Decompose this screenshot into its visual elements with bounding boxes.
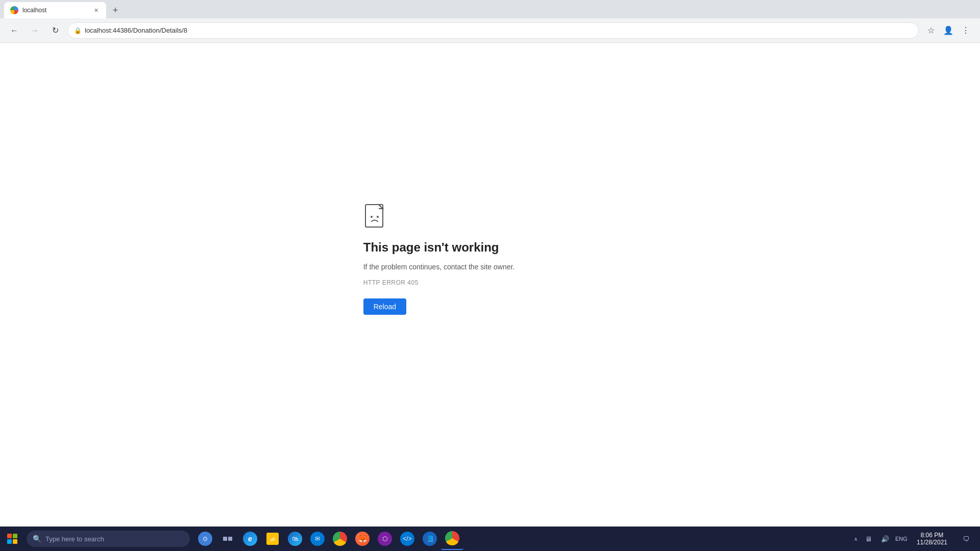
tray-speaker-icon[interactable]: 🔊 — [878, 527, 892, 551]
task-view-icon-shape — [228, 537, 232, 541]
windows-icon — [7, 534, 17, 544]
mail-icon[interactable]: ✉ — [306, 528, 329, 550]
editor-icon[interactable]: 📘 — [419, 528, 441, 550]
page-content: This page isn't working If the problem c… — [0, 43, 980, 527]
show-hidden-icons[interactable]: ∧ — [852, 536, 860, 542]
bookmark-button[interactable]: ☆ — [923, 22, 939, 39]
start-button[interactable] — [0, 527, 24, 551]
forward-button[interactable]: → — [27, 22, 43, 39]
clock-date: 11/28/2021 — [917, 539, 947, 546]
chrome-active-icon[interactable] — [441, 528, 463, 550]
windows-icon-yellow — [13, 539, 17, 544]
tab-bar: localhost ✕ + — [0, 0, 980, 18]
profile-button[interactable]: 👤 — [940, 22, 957, 39]
vscode-icon[interactable]: </> — [396, 528, 419, 550]
taskbar: 🔍 Type here to search ⊙ e — [0, 527, 980, 551]
chrome-icon[interactable] — [329, 528, 351, 550]
store-icon[interactable]: 🛍 — [284, 528, 306, 550]
taskbar-search[interactable]: 🔍 Type here to search — [27, 531, 190, 547]
taskbar-clock[interactable]: 8:06 PM 11/28/2021 — [911, 527, 953, 551]
error-code: HTTP ERROR 405 — [363, 279, 419, 286]
lock-icon: 🔒 — [74, 27, 82, 34]
menu-button[interactable]: ⋮ — [958, 22, 974, 39]
error-container: This page isn't working If the problem c… — [363, 204, 515, 315]
tab-title: localhost — [22, 7, 88, 14]
file-explorer-icon[interactable]: 📁 — [261, 528, 284, 550]
task-view-icon[interactable] — [216, 528, 239, 550]
tray-network-icon[interactable]: 🖥 — [862, 527, 876, 551]
tab-favicon — [10, 6, 18, 14]
taskbar-app-icons: ⊙ e 📁 — [194, 527, 463, 551]
teams-icon[interactable]: ⬡ — [374, 528, 396, 550]
reload-button[interactable]: ↻ — [47, 22, 63, 39]
error-icon-container — [363, 204, 388, 232]
error-subtitle: If the problem continues, contact the si… — [363, 263, 515, 271]
windows-icon-green — [13, 534, 17, 538]
nav-actions: ☆ 👤 ⋮ — [923, 22, 974, 39]
sad-page-icon — [363, 204, 388, 232]
back-button[interactable]: ← — [6, 22, 22, 39]
address-bar[interactable]: 🔒 localhost:44386/Donation/Details/8 — [67, 22, 919, 39]
url-text: localhost:44386/Donation/Details/8 — [85, 27, 912, 34]
cortana-icon[interactable]: ⊙ — [194, 528, 216, 550]
search-icon: 🔍 — [33, 535, 41, 543]
browser-tab[interactable]: localhost ✕ — [4, 2, 106, 18]
windows-icon-red — [7, 534, 12, 538]
clock-time: 8:06 PM — [921, 532, 944, 539]
task-view-icon-shape — [223, 537, 227, 541]
windows-icon-blue — [7, 539, 12, 544]
notification-icon: 🗨 — [963, 535, 969, 543]
new-tab-button[interactable]: + — [108, 3, 122, 17]
navigation-bar: ← → ↻ 🔒 localhost:44386/Donation/Details… — [0, 18, 980, 43]
svg-point-2 — [377, 216, 379, 218]
edge-icon[interactable]: e — [239, 528, 261, 550]
search-placeholder: Type here to search — [45, 535, 104, 543]
notification-button[interactable]: 🗨 — [955, 527, 976, 551]
tray-keyboard-icon[interactable]: ENG — [894, 527, 909, 551]
browser-window: localhost ✕ + ← → ↻ 🔒 localhost:44386/Do… — [0, 0, 980, 551]
system-tray: ∧ 🖥 🔊 ENG 8:06 PM 11/28/2021 🗨 — [848, 527, 980, 551]
svg-point-1 — [371, 216, 373, 218]
error-title: This page isn't working — [363, 240, 499, 255]
reload-page-button[interactable]: Reload — [363, 298, 406, 315]
tab-close-button[interactable]: ✕ — [92, 6, 100, 14]
firefox-icon[interactable]: 🦊 — [351, 528, 374, 550]
